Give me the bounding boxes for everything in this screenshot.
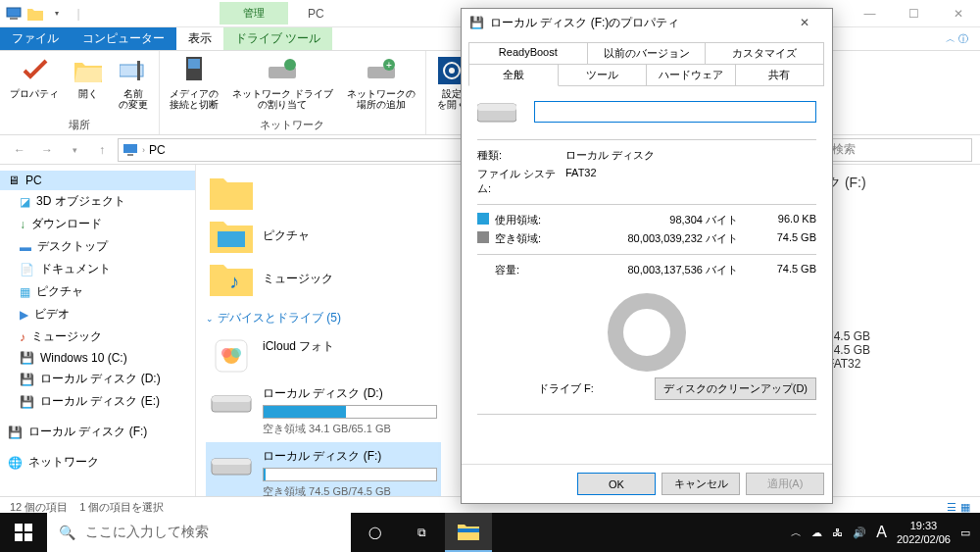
sidebar-item-videos[interactable]: ▶ビデオ (0, 303, 195, 326)
drive-icon (210, 385, 253, 421)
tab-sharing[interactable]: 共有 (735, 64, 825, 86)
dialog-titlebar[interactable]: 💾 ローカル ディスク (F:)のプロパティ ✕ (462, 9, 832, 36)
close-button[interactable]: ✕ (936, 0, 980, 27)
forward-button[interactable]: → (35, 138, 59, 162)
onedrive-icon[interactable]: ☁ (811, 527, 822, 539)
sidebar-item-pc[interactable]: 🖥PC (0, 171, 195, 190)
details-pane: ク (F:) 74.5 GB 74.5 GB FAT32 (827, 175, 964, 371)
network-icon[interactable]: 🖧 (832, 527, 843, 538)
svg-rect-3 (137, 61, 140, 80)
sidebar-item-label: 3D オブジェクト (36, 193, 125, 210)
tab-view[interactable]: 表示 (176, 27, 223, 50)
drive-icon: 💾 (469, 16, 484, 29)
tab-previous-versions[interactable]: 以前のバージョン (587, 42, 707, 65)
drive-label: ローカル ディスク (D:) (263, 385, 437, 402)
dialog-close-button[interactable]: ✕ (785, 16, 824, 29)
map-drive-label: ネットワーク ドライブ の割り当て (232, 88, 333, 110)
history-dropdown[interactable]: ▾ (63, 138, 86, 162)
sidebar-item-music[interactable]: ♪ミュージック (0, 326, 195, 348)
drive-item-icloud[interactable]: iCloud フォト (206, 332, 441, 379)
up-button[interactable]: ↑ (90, 138, 114, 162)
back-button[interactable]: ← (8, 138, 31, 162)
folder-item-unknown[interactable] (206, 171, 402, 214)
drive-item-d[interactable]: ローカル ディスク (D:) 空き領域 34.1 GB/65.1 GB (206, 379, 441, 442)
open-button[interactable]: 開く (69, 53, 108, 114)
breadcrumb-pc[interactable]: PC (149, 143, 166, 157)
volume-icon[interactable]: 🔊 (853, 527, 866, 539)
cancel-button[interactable]: キャンセル (662, 473, 740, 495)
drive-item-f[interactable]: ローカル ディスク (F:) 空き領域 74.5 GB/74.5 GB (206, 442, 441, 496)
sidebar-item-windows-c[interactable]: 💾Windows 10 (C:) (0, 348, 195, 368)
svg-rect-32 (458, 528, 479, 532)
svg-rect-30 (15, 533, 23, 541)
rename-button[interactable]: 名前 の変更 (114, 53, 153, 114)
used-label: 使用領域: (495, 213, 565, 227)
start-button[interactable] (0, 513, 47, 552)
tab-file[interactable]: ファイル (0, 27, 71, 50)
task-view-icon[interactable]: ⧉ (398, 513, 445, 552)
folder-icon[interactable] (25, 4, 45, 24)
sidebar-item-downloads[interactable]: ↓ダウンロード (0, 213, 195, 235)
dialog-buttons: OK キャンセル 適用(A) (462, 464, 832, 503)
clock[interactable]: 19:33 2022/02/06 (897, 519, 951, 546)
sidebar-item-label: デスクトップ (37, 238, 108, 255)
ime-indicator[interactable]: A (876, 524, 887, 541)
add-network-location-button[interactable]: + ネットワークの 場所の追加 (343, 53, 419, 114)
apply-button[interactable]: 適用(A) (746, 473, 824, 495)
folder-item-pictures[interactable]: ピクチャ (206, 214, 402, 257)
sidebar-item-label: ピクチャ (36, 283, 83, 300)
svg-rect-5 (188, 59, 200, 69)
sidebar-item-desktop[interactable]: ▬デスクトップ (0, 235, 195, 258)
divider: | (69, 4, 88, 24)
sidebar-item-documents[interactable]: 📄ドキュメント (0, 258, 195, 280)
minimize-button[interactable]: — (848, 0, 892, 27)
svg-rect-16 (218, 231, 245, 247)
3d-objects-icon: ◪ (20, 195, 30, 209)
network-icon: 🌐 (8, 456, 23, 470)
map-network-drive-button[interactable]: ネットワーク ドライブ の割り当て (228, 53, 337, 114)
sidebar-item-label: ローカル ディスク (F:) (28, 424, 147, 440)
open-folder-icon (73, 55, 104, 86)
svg-point-21 (231, 348, 241, 358)
sidebar-item-disk-e[interactable]: 💾ローカル ディスク (E:) (0, 390, 195, 413)
desktop-icon: ▬ (20, 240, 31, 254)
folder-label: ミュージック (263, 271, 333, 287)
folder-label: ピクチャ (263, 227, 310, 244)
dropdown-icon[interactable]: ▾ (47, 4, 67, 24)
folder-item-music[interactable]: ♪ ミュージック (206, 257, 402, 300)
search-icon: 🔍 (59, 525, 75, 540)
tab-customize[interactable]: カスタマイズ (705, 42, 824, 65)
action-center-icon[interactable]: ▭ (960, 527, 970, 539)
cortana-icon[interactable]: ◯ (351, 513, 398, 552)
tab-drive-tools[interactable]: ドライブ ツール (223, 27, 332, 50)
tab-general[interactable]: 全般 (468, 64, 559, 86)
quick-access-toolbar: ▾ | (0, 4, 92, 24)
drive-usage-bar (263, 468, 437, 481)
tab-readyboost[interactable]: ReadyBoost (468, 42, 588, 65)
breadcrumb-separator[interactable]: › (142, 145, 145, 155)
sidebar-item-pictures[interactable]: ▦ピクチャ (0, 280, 195, 303)
tray-chevron-up-icon[interactable]: ︿ (791, 526, 802, 540)
taskbar-search[interactable]: 🔍 ここに入力して検索 (47, 513, 351, 552)
tab-tools[interactable]: ツール (558, 64, 648, 86)
properties-button[interactable]: プロパティ (6, 53, 63, 114)
clock-date: 2022/02/06 (897, 532, 951, 546)
svg-point-13 (449, 68, 455, 74)
dialog-body: 種類:ローカル ディスク ファイル システム:FAT32 使用領域:98,304… (462, 86, 832, 464)
drive-name-input[interactable] (534, 101, 816, 123)
sidebar-item-disk-d[interactable]: 💾ローカル ディスク (D:) (0, 368, 195, 390)
maximize-button[interactable]: ☐ (892, 0, 936, 27)
collapse-ribbon-icon[interactable]: ︿ ⓘ (934, 27, 980, 50)
sidebar-item-network[interactable]: 🌐ネットワーク (0, 451, 195, 474)
tab-hardware[interactable]: ハードウェア (646, 64, 736, 86)
tab-computer[interactable]: コンピューター (71, 27, 176, 50)
ok-button[interactable]: OK (577, 473, 656, 495)
sidebar-item-disk-f[interactable]: 💾ローカル ディスク (F:) (0, 421, 195, 443)
usage-pie-chart (608, 293, 686, 372)
media-button[interactable]: メディアの 接続と切断 (166, 53, 222, 114)
drive-icon: 💾 (20, 373, 34, 386)
sidebar-item-3d-objects[interactable]: ◪3D オブジェクト (0, 190, 195, 213)
svg-rect-27 (477, 104, 516, 111)
disk-cleanup-button[interactable]: ディスクのクリーンアップ(D) (655, 377, 816, 400)
explorer-task-icon[interactable] (445, 513, 492, 552)
